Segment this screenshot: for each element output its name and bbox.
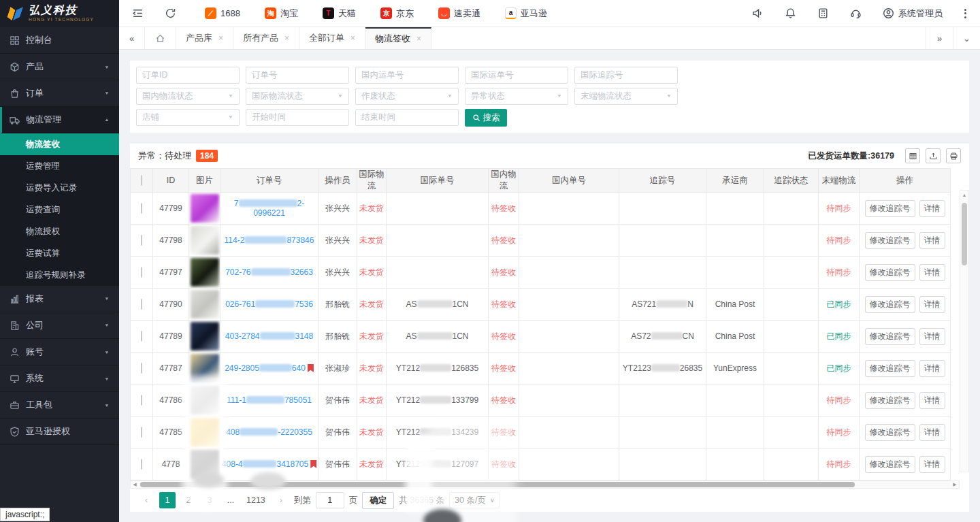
- sidebar-item-company[interactable]: 公司▼: [0, 312, 119, 339]
- product-thumbnail[interactable]: [191, 194, 219, 223]
- user-menu[interactable]: 系统管理员: [882, 7, 943, 20]
- detail-button[interactable]: 详情: [919, 232, 945, 249]
- product-thumbnail[interactable]: [191, 418, 219, 446]
- detail-button[interactable]: 详情: [919, 360, 945, 377]
- calculator-icon[interactable]: [817, 7, 829, 20]
- detail-button[interactable]: 详情: [919, 296, 945, 313]
- prev-page-icon[interactable]: ‹: [138, 492, 154, 508]
- domestic-logistics-status-select[interactable]: 国内物流状态▼: [136, 88, 240, 105]
- order-number-link[interactable]: 403-27843148: [225, 331, 313, 341]
- end-time-input[interactable]: 结束时间: [355, 109, 459, 126]
- marketplace-link-tmall[interactable]: T天猫: [323, 7, 356, 20]
- detail-button[interactable]: 详情: [919, 200, 945, 217]
- void-status-select[interactable]: 作废状态▼: [355, 88, 459, 105]
- more-options-icon[interactable]: [963, 7, 968, 20]
- sidebar-subitem-freight-import[interactable]: 运费导入记录: [0, 177, 119, 199]
- sidebar-subitem-freight-trial[interactable]: 运费试算: [0, 242, 119, 264]
- shop-select[interactable]: 店铺▼: [136, 109, 240, 126]
- sidebar-item-report[interactable]: 报表▼: [0, 286, 119, 312]
- sidebar-subitem-tracking-supplement[interactable]: 追踪号规则补录: [0, 264, 119, 286]
- marketplace-link-1688[interactable]: ⟋1688: [205, 7, 240, 19]
- order-no-input[interactable]: 订单号: [246, 67, 349, 84]
- edit-tracking-button[interactable]: 修改追踪号: [865, 232, 915, 249]
- marketplace-link-jd[interactable]: 京京东: [380, 7, 414, 20]
- product-thumbnail[interactable]: [191, 450, 219, 478]
- tabs-menu-icon[interactable]: ⌄: [953, 27, 980, 49]
- tab-close-icon[interactable]: ×: [350, 33, 355, 43]
- marketplace-link-aliexpress[interactable]: ◡速卖通: [438, 7, 480, 20]
- edit-tracking-button[interactable]: 修改追踪号: [865, 296, 915, 313]
- sidebar-subitem-logistics-auth[interactable]: 物流授权: [0, 221, 119, 242]
- row-checkbox[interactable]: [141, 395, 142, 406]
- sidebar-item-logistics[interactable]: 物流管理▲: [0, 107, 119, 133]
- confirm-page-button[interactable]: 确定: [362, 492, 394, 509]
- product-thumbnail[interactable]: [191, 258, 219, 287]
- detail-button[interactable]: 详情: [919, 456, 945, 473]
- scroll-up-icon[interactable]: ▲: [962, 191, 967, 200]
- tab-close-icon[interactable]: ×: [416, 34, 421, 44]
- tab-product-lib[interactable]: 产品库×: [176, 27, 233, 49]
- vertical-scroll-thumb[interactable]: [962, 203, 967, 265]
- page-button-1213[interactable]: 1213: [244, 492, 268, 508]
- tab-close-icon[interactable]: ×: [218, 33, 223, 43]
- vertical-scrollbar[interactable]: ▲: [960, 190, 969, 472]
- start-time-input[interactable]: 开始时间: [246, 109, 349, 126]
- row-checkbox[interactable]: [141, 331, 142, 342]
- sidebar-item-account[interactable]: 账号▼: [0, 339, 119, 365]
- print-button[interactable]: [946, 148, 961, 163]
- sidebar-subitem-logistics-sign[interactable]: 物流签收: [0, 133, 119, 155]
- pending-count-badge[interactable]: 184: [196, 150, 218, 162]
- horizontal-scrollbar[interactable]: ◀ ▶: [130, 480, 960, 489]
- intl-tracking-input[interactable]: 国际追踪号: [574, 67, 678, 84]
- page-button-3[interactable]: 3: [201, 492, 218, 508]
- edit-tracking-button[interactable]: 修改追踪号: [865, 360, 915, 377]
- sidebar-item-toolkit[interactable]: 工具包▼: [0, 392, 119, 419]
- order-number-link[interactable]: 026-7617536: [225, 299, 313, 309]
- edit-tracking-button[interactable]: 修改追踪号: [865, 264, 915, 281]
- detail-button[interactable]: 详情: [919, 424, 945, 441]
- per-page-select[interactable]: 30 条/页∨: [449, 492, 500, 508]
- page-button-1[interactable]: 1: [159, 492, 176, 508]
- sidebar-subitem-freight-query[interactable]: 运费查询: [0, 199, 119, 221]
- tab-all-products[interactable]: 所有产品×: [233, 27, 299, 49]
- edit-tracking-button[interactable]: 修改追踪号: [865, 392, 915, 409]
- export-button[interactable]: [926, 148, 941, 163]
- marketplace-link-taobao[interactable]: 淘淘宝: [265, 7, 298, 20]
- tab-close-icon[interactable]: ×: [284, 33, 289, 43]
- scroll-left-icon[interactable]: ◀: [131, 482, 139, 487]
- order-number-link[interactable]: 408-2220355: [226, 427, 312, 437]
- customer-service-icon[interactable]: [849, 7, 862, 20]
- intl-waybill-input[interactable]: 国际运单号: [465, 67, 568, 84]
- edit-tracking-button[interactable]: 修改追踪号: [865, 456, 915, 473]
- intl-logistics-status-select[interactable]: 国际物流状态▼: [246, 88, 349, 105]
- row-checkbox[interactable]: [141, 299, 142, 310]
- collapse-sidebar-icon[interactable]: [131, 7, 144, 20]
- order-number-link[interactable]: 408-43418705: [222, 459, 308, 469]
- notification-bell-icon[interactable]: [784, 7, 796, 20]
- refresh-icon[interactable]: [164, 7, 176, 20]
- tab-logistics-sign[interactable]: 物流签收×: [365, 27, 431, 49]
- sidebar-item-system[interactable]: 系统▼: [0, 365, 119, 392]
- order-number-link[interactable]: 72-0996221: [234, 199, 304, 218]
- tabs-scroll-left-icon[interactable]: «: [119, 27, 145, 49]
- detail-button[interactable]: 详情: [919, 328, 945, 345]
- order-number-link[interactable]: 111-1785051: [227, 395, 312, 405]
- row-checkbox[interactable]: [141, 203, 142, 214]
- detail-button[interactable]: 详情: [919, 264, 945, 281]
- detail-button[interactable]: 详情: [919, 392, 945, 409]
- product-thumbnail[interactable]: [191, 354, 219, 382]
- horizontal-scroll-thumb[interactable]: [140, 482, 855, 487]
- order-number-link[interactable]: 249-2805640: [225, 363, 306, 373]
- sidebar-item-order[interactable]: 订单▼: [0, 80, 119, 107]
- row-checkbox[interactable]: [141, 363, 142, 374]
- pending-label[interactable]: 待处理: [165, 150, 191, 162]
- sidebar-subitem-freight-manage[interactable]: 运费管理: [0, 155, 119, 177]
- exception-status-select[interactable]: 异常状态▼: [465, 88, 568, 105]
- row-checkbox[interactable]: [141, 459, 142, 470]
- page-button-2[interactable]: 2: [180, 492, 197, 508]
- columns-button[interactable]: [905, 148, 920, 163]
- tab-all-orders[interactable]: 全部订单×: [299, 27, 365, 49]
- order-number-link[interactable]: 702-7632663: [225, 267, 313, 277]
- domestic-waybill-input[interactable]: 国内运单号: [355, 67, 459, 84]
- row-checkbox[interactable]: [141, 427, 142, 438]
